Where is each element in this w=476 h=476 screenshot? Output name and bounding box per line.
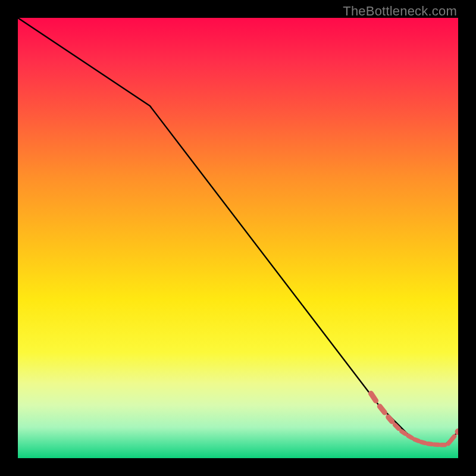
highlight-dash <box>389 417 392 421</box>
chart-svg <box>18 18 458 458</box>
highlight-dash <box>448 436 454 443</box>
highlight-dash <box>415 440 418 441</box>
highlight-dash <box>421 442 425 443</box>
main-curve <box>18 18 458 445</box>
highlight-dash <box>428 444 431 444</box>
highlight-dash <box>380 406 384 412</box>
chart-stage: TheBottleneck.com <box>0 0 476 476</box>
chart-plot-area <box>18 18 458 458</box>
highlight-dash <box>402 431 405 434</box>
highlight-dash <box>408 436 412 438</box>
attribution-text: TheBottleneck.com <box>343 4 457 19</box>
highlight-dashes <box>371 393 458 445</box>
highlight-dash <box>395 425 399 428</box>
highlight-dash <box>371 393 375 400</box>
